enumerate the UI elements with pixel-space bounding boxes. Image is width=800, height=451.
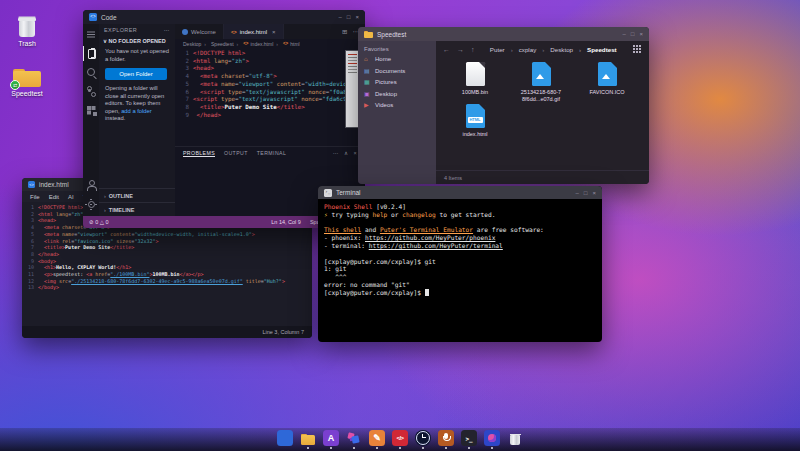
line-col-indicator[interactable]: Ln 14, Col 9 <box>271 219 301 225</box>
window-controls[interactable]: –□× <box>339 14 359 20</box>
sidebar-item-home[interactable]: ⌂Home <box>364 56 430 62</box>
terminal-line: - phoenix: https://github.com/HeyPuter/p… <box>324 234 596 242</box>
sidebar-item-pictures[interactable]: ▦Pictures <box>364 79 430 85</box>
taskbar-code-app[interactable]: </> <box>392 430 409 449</box>
file-item[interactable]: 25134218-680-7 8f6dd...e07d.gif <box>510 62 572 102</box>
path-segment[interactable]: Desktop <box>542 46 573 53</box>
source-control-icon[interactable] <box>83 84 99 99</box>
terminal-output[interactable]: Phoenix Shell [v0.2.4]⚡ try typing help … <box>318 199 602 342</box>
panel-actions[interactable]: ⋯∧× <box>333 150 357 156</box>
breadcrumb-item[interactable]: Speedtest <box>204 41 233 47</box>
timeline-section[interactable]: TIMELINE <box>99 202 175 216</box>
explorer-section-header[interactable]: ∨ NO FOLDER OPENED <box>99 36 175 46</box>
desktop-icon-speedtest[interactable]: ⇄ Speedtest <box>4 66 50 97</box>
panel-tab-output[interactable]: OUTPUT <box>224 150 248 157</box>
close-button[interactable]: × <box>355 14 359 20</box>
window-controls[interactable]: –□× <box>576 190 596 196</box>
symbol-icon: <> <box>283 41 288 46</box>
close-button[interactable]: × <box>639 31 643 37</box>
up-button[interactable]: ↑ <box>471 46 475 53</box>
terminal-titlebar[interactable]: Terminal –□× <box>318 186 602 199</box>
sidebar-item-videos[interactable]: ▶Videos <box>364 102 430 108</box>
panel-tab-problems[interactable]: PROBLEMS <box>183 150 215 157</box>
add-folder-link[interactable]: add a folder <box>121 108 152 114</box>
taskbar-editor-app[interactable]: ✎ <box>369 430 386 449</box>
minimize-button[interactable]: – <box>623 31 626 37</box>
maximize-button[interactable]: □ <box>347 14 351 20</box>
breadcrumb-item[interactable]: <>html <box>276 41 299 47</box>
sidebar-item-desktop[interactable]: ▣Desktop <box>364 91 430 97</box>
menu-icon[interactable] <box>83 27 99 42</box>
search-icon[interactable] <box>83 65 99 80</box>
breadcrumb[interactable]: DesktopSpeedtest<>index.html<>html <box>175 39 365 48</box>
desktop-icon-label: Speedtest <box>4 90 50 97</box>
account-icon[interactable] <box>83 178 99 193</box>
explorer-more-icon[interactable]: ⋯ <box>164 27 170 33</box>
problems-indicator[interactable]: ⊘ 0 △ 0 <box>89 219 109 225</box>
panel-action-icon[interactable]: × <box>353 150 357 156</box>
settings-icon[interactable] <box>83 197 99 212</box>
desktop-icon-trash[interactable]: Trash <box>4 16 50 47</box>
forward-button[interactable]: → <box>457 46 464 53</box>
minimize-button[interactable]: – <box>339 14 342 20</box>
extensions-icon[interactable] <box>83 103 99 118</box>
path-segment[interactable]: Speedtest <box>579 46 617 53</box>
line-number: 8 <box>22 251 38 258</box>
desktop: Trash ⇄ Speedtest <> index.html FileEdit… <box>0 0 800 451</box>
path-segment[interactable]: Puter <box>490 46 505 53</box>
panel-tabs: PROBLEMSOUTPUTTERMINAL ⋯∧× <box>175 146 365 159</box>
grid-view-icon[interactable] <box>632 44 642 54</box>
panel-action-icon[interactable]: ⋯ <box>333 150 339 156</box>
file-item[interactable]: 100MB.bin <box>444 62 506 102</box>
editor-app-icon: <> <box>28 181 35 188</box>
app-center-icon: A <box>323 430 339 446</box>
close-button[interactable]: × <box>592 190 596 196</box>
path-breadcrumb[interactable]: PutercxplayDesktopSpeedtest <box>490 46 617 53</box>
menu-ai[interactable]: AI <box>68 194 74 200</box>
close-tab-icon[interactable]: × <box>272 29 276 35</box>
running-indicator <box>399 447 401 449</box>
desktop-icon: ▣ <box>364 91 371 97</box>
taskbar-design-app[interactable] <box>484 430 501 449</box>
tab-welcome[interactable]: Welcome <box>175 24 224 39</box>
taskbar-clock-app[interactable] <box>415 430 432 449</box>
code-line: 9 </head> <box>175 112 365 120</box>
vscode-titlebar[interactable]: <> Code –□× <box>83 10 365 24</box>
app-launcher-icon <box>277 430 293 446</box>
window-controls[interactable]: –□× <box>623 31 643 37</box>
path-segment[interactable]: cxplay <box>511 46 537 53</box>
breadcrumb-item[interactable]: <>index.html <box>237 41 274 47</box>
taskbar-recorder-app[interactable] <box>438 430 455 449</box>
breadcrumb-item[interactable]: Desktop <box>183 41 201 47</box>
taskbar-files-app[interactable] <box>300 430 317 449</box>
panel-tab-terminal[interactable]: TERMINAL <box>257 150 286 157</box>
tab-index-html[interactable]: <>index.html× <box>224 24 284 39</box>
taskbar-app-launcher[interactable] <box>277 430 294 449</box>
menu-edit[interactable]: Edit <box>49 194 59 200</box>
taskbar-app-center[interactable]: A <box>323 430 340 449</box>
html-tag-icon: <> <box>231 29 237 35</box>
file-manager-titlebar[interactable]: Speedtest –□× <box>358 27 649 41</box>
panel-action-icon[interactable]: ∧ <box>344 150 348 156</box>
taskbar: A✎</>>_ <box>0 428 800 451</box>
editor-action-icon[interactable]: ⊞ <box>342 28 347 36</box>
vscode-code-area[interactable]: 1<!DOCTYPE html>2<html lang="zh">3<head>… <box>175 48 365 146</box>
file-item[interactable]: FAVICON.ICO <box>576 62 638 102</box>
open-folder-button[interactable]: Open Folder <box>105 68 167 80</box>
maximize-button[interactable]: □ <box>631 31 635 37</box>
back-button[interactable]: ← <box>443 46 450 53</box>
sidebar-item-documents[interactable]: ▤Documents <box>364 68 430 74</box>
taskbar-trash[interactable] <box>507 430 524 449</box>
code-line: 1<!DOCTYPE html> <box>175 50 365 58</box>
desktop-icon-label: Trash <box>4 40 50 47</box>
file-item[interactable]: index.html <box>444 104 506 138</box>
file-name: 100MB.bin <box>444 89 506 96</box>
explorer-icon[interactable] <box>83 46 100 61</box>
outline-section[interactable]: OUTLINE <box>99 188 175 202</box>
minimize-button[interactable]: – <box>576 190 579 196</box>
code-line: 5 <meta name="viewport" content="width=d… <box>175 81 365 89</box>
menu-file[interactable]: File <box>30 194 40 200</box>
taskbar-terminal-app[interactable]: >_ <box>461 430 478 449</box>
maximize-button[interactable]: □ <box>584 190 588 196</box>
taskbar-dev-center[interactable] <box>346 430 363 449</box>
